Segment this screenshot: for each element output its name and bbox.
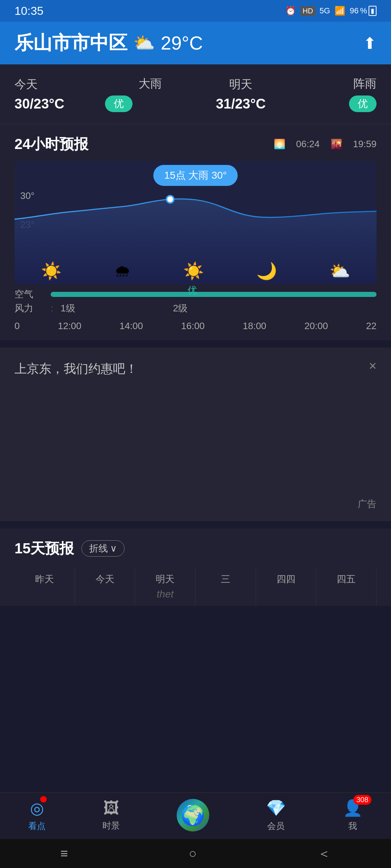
nav-item-kandian[interactable]: ◎ 看点: [28, 799, 46, 832]
wind-label: 风力: [14, 302, 43, 315]
city-name: 乐山市市中区: [14, 30, 127, 56]
forecast-day-5: 四五: [316, 567, 377, 606]
app-header: 乐山市市中区 ⛅ 29°C ⬆: [0, 22, 391, 64]
forecast-24h-section: 24小时预报 🌅 06:24 🌇 19:59 15点 大雨 30° 30° 23…: [0, 124, 391, 284]
today-label: 今天: [14, 77, 105, 93]
share-icon[interactable]: ⬆: [363, 34, 377, 52]
day-label-tomorrow: 明天: [138, 573, 192, 586]
wind-row: 风力 : 1级 2级: [14, 302, 377, 315]
nav-label-kandian: 看点: [28, 820, 46, 832]
back-icon[interactable]: ＜: [318, 845, 331, 863]
chart-weather-icons: ☀️ 🌧 ☀️ 🌙 ⛅: [14, 261, 377, 281]
chart-icon-moon: 🌙: [256, 261, 277, 281]
hd-icon: HD: [300, 6, 315, 16]
wind-level-2: 2级: [173, 302, 188, 315]
nav-item-wo[interactable]: 👤 308 我: [343, 799, 363, 832]
air-label: 空气: [14, 288, 43, 301]
tomorrow-weather-info: 阵雨 优: [286, 76, 377, 112]
time-axis: 0 12:00 14:00 16:00 18:00 20:00 22: [0, 318, 391, 340]
day-label-4: 四四: [259, 573, 313, 586]
ad-section: 上京东，我们约惠吧！ × 广告: [0, 348, 391, 521]
nav-item-huiyuan[interactable]: 💎 会员: [266, 799, 286, 832]
nav-label-wo: 我: [348, 820, 357, 832]
time-1400: 14:00: [119, 320, 143, 332]
tomorrow-temp: 31/23°C: [196, 96, 286, 112]
chart-icon-rain: 🌧: [114, 261, 131, 281]
header-left: 乐山市市中区 ⛅ 29°C: [14, 30, 203, 56]
nav-label-huiyuan: 会员: [267, 820, 285, 832]
air-quality-bar: 优: [51, 292, 377, 297]
time-2000: 20:00: [304, 320, 328, 332]
forecast-day-today: 今天: [75, 567, 135, 606]
wo-icon-wrapper: 👤 308: [343, 799, 363, 817]
forecast-15-section: 15天预报 折线 ∨ 昨天 今天 明天 thet 三 四四 四五: [0, 528, 391, 606]
sunset-icon: 🌇: [331, 139, 342, 150]
forecast-15-title: 15天预报: [14, 539, 74, 558]
huiyuan-icon: 💎: [266, 799, 286, 817]
today-info: 今天 30/23°C: [14, 77, 105, 112]
time-0: 0: [14, 320, 20, 332]
day-label-yesterday: 昨天: [17, 573, 72, 586]
forecast-day-yesterday: 昨天: [14, 567, 75, 606]
forecast-days-row: 昨天 今天 明天 thet 三 四四 四五: [14, 567, 377, 606]
battery-level: 96: [350, 6, 358, 16]
sunrise-icon: 🌅: [274, 139, 285, 150]
system-nav-bar: ≡ ○ ＜: [0, 839, 391, 868]
status-icons: ⏰ HD 5G 📶 96% ▮: [285, 6, 377, 16]
day-label-5: 四五: [319, 573, 373, 586]
alarm-icon: ⏰: [285, 6, 296, 16]
today-weather-label: 大雨: [105, 76, 196, 92]
svg-point-0: [167, 196, 174, 203]
sun-times: 🌅 06:24 🌇 19:59: [274, 139, 377, 150]
ad-close-button[interactable]: ×: [369, 358, 377, 374]
forecast-day-4: 四四: [256, 567, 316, 606]
signal-icon: 📶: [335, 6, 345, 16]
header-temperature: 29°C: [161, 32, 203, 54]
status-time: 10:35: [14, 4, 43, 18]
thet-label: thet: [138, 588, 192, 600]
battery-icon: 96% ▮: [350, 6, 377, 16]
zhexian-toggle[interactable]: 折线 ∨: [81, 540, 125, 557]
time-1200: 12:00: [58, 320, 81, 332]
forecast-day-tomorrow: 明天 thet: [135, 567, 196, 606]
chart-icon-cloud-rain: ⛅: [329, 261, 350, 281]
status-bar: 10:35 ⏰ HD 5G 📶 96% ▮: [0, 0, 391, 22]
ad-badge: 广告: [358, 498, 377, 510]
day-label-3: 三: [198, 573, 253, 586]
bottom-nav: ◎ 看点 🖼 时景 🌍 💎 会员 👤 308 我: [0, 792, 391, 839]
tomorrow-quality-badge: 优: [349, 95, 377, 112]
wo-badge-num: 308: [353, 795, 371, 805]
sunset-time: 19:59: [353, 139, 377, 150]
network-icon: 5G: [320, 6, 330, 16]
sunrise-time: 06:24: [296, 139, 320, 150]
today-quality-badge: 优: [105, 95, 133, 112]
menu-icon[interactable]: ≡: [60, 846, 68, 861]
tomorrow-label: 明天: [196, 77, 286, 93]
temperature-chart: 15点 大雨 30° 30° 23°: [14, 161, 377, 284]
earth-icon: 🌍: [177, 799, 209, 831]
time-2200: 22: [366, 320, 377, 332]
time-1600: 16:00: [181, 320, 205, 332]
today-tomorrow-section: 今天 30/23°C 大雨 优 明天 31/23°C 阵雨 优: [0, 64, 391, 124]
forecast-24h-title: 24小时预报: [14, 134, 89, 154]
chart-icon-sun: ☀️: [41, 261, 62, 281]
chart-tooltip: 15点 大雨 30°: [153, 165, 237, 186]
forecast-section-header: 24小时预报 🌅 06:24 🌇 19:59: [14, 134, 377, 154]
wind-level-1: 1级: [60, 302, 75, 315]
time-1800: 18:00: [243, 320, 266, 332]
air-quality-text: 优: [188, 284, 197, 297]
kandian-icon-wrapper: ◎: [30, 799, 44, 817]
nav-item-center[interactable]: 🌍: [177, 799, 209, 831]
day-label-today: 今天: [78, 573, 132, 586]
nav-item-shijing[interactable]: 🖼 时景: [102, 799, 120, 831]
shijing-icon: 🖼: [103, 799, 119, 817]
today-temp: 30/23°C: [14, 96, 105, 112]
air-row: 空气 优: [14, 288, 377, 301]
kandian-badge-dot: [40, 796, 47, 803]
tomorrow-info: 明天 31/23°C: [196, 77, 286, 112]
zhexian-label: 折线: [89, 542, 108, 555]
air-wind-section: 空气 优 风力 : 1级 2级: [0, 284, 391, 318]
tomorrow-weather-label: 阵雨: [286, 76, 377, 92]
home-icon[interactable]: ○: [189, 846, 197, 861]
weather-icon: ⛅: [133, 33, 155, 53]
